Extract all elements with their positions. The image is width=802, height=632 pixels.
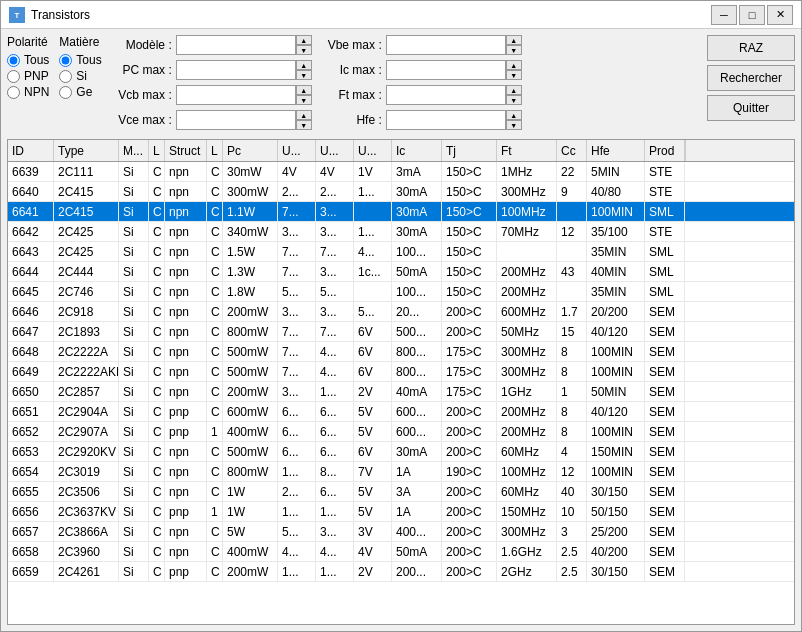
- table-cell: 1W: [223, 482, 278, 501]
- table-row[interactable]: 66532C2920KVSiCnpnC500mW6...6...6V30mA20…: [8, 442, 794, 462]
- table-row[interactable]: 66512C2904ASiCpnpC600mW6...6...5V600...2…: [8, 402, 794, 422]
- vbe-max-spin-up[interactable]: ▲: [506, 35, 522, 45]
- vcb-max-spin-up[interactable]: ▲: [296, 85, 312, 95]
- table-cell: Si: [119, 342, 149, 361]
- hfe-spin-down[interactable]: ▼: [506, 120, 522, 130]
- table-cell: C: [207, 562, 223, 581]
- table-cell: 6645: [8, 282, 54, 301]
- table-cell: 30/150: [587, 562, 645, 581]
- table-row[interactable]: 66482C2222ASiCnpnC500mW7...4...6V800...1…: [8, 342, 794, 362]
- table-cell: C: [149, 362, 165, 381]
- table-row[interactable]: 66412C415SiCnpnC1.1W7...3...30mA150>C100…: [8, 202, 794, 222]
- table-cell: 2C3506: [54, 482, 119, 501]
- table-cell: 8: [557, 342, 587, 361]
- vbe-max-label: Vbe max :: [322, 38, 382, 52]
- table-row[interactable]: 66502C2857SiCnpnC200mW3...1...2V40mA175>…: [8, 382, 794, 402]
- matiere-label: Matière: [59, 35, 101, 49]
- pc-max-spin-up[interactable]: ▲: [296, 60, 312, 70]
- pc-max-input[interactable]: [176, 60, 296, 80]
- ft-max-input[interactable]: [386, 85, 506, 105]
- quitter-button[interactable]: Quitter: [707, 95, 795, 121]
- close-button[interactable]: ✕: [767, 5, 793, 25]
- table-cell: 200>C: [442, 542, 497, 561]
- table-row[interactable]: 66472C1893SiCnpnC800mW7...7...6V500...20…: [8, 322, 794, 342]
- table-row[interactable]: 66572C3866ASiCnpnC5W5...3...3V400...200>…: [8, 522, 794, 542]
- table-cell: 3mA: [392, 162, 442, 181]
- matiere-si-radio[interactable]: [59, 70, 72, 83]
- polarite-tous-item[interactable]: Tous: [7, 53, 49, 67]
- ic-max-spin-down[interactable]: ▼: [506, 70, 522, 80]
- table-cell: 7...: [278, 322, 316, 341]
- col-header-cc: Cc: [557, 140, 587, 161]
- table-body[interactable]: 66392C111SiCnpnC30mW4V4V1V3mA150>C1MHz22…: [8, 162, 794, 624]
- table-cell: 2C3637KV: [54, 502, 119, 521]
- table-cell: 2C444: [54, 262, 119, 281]
- matiere-si-item[interactable]: Si: [59, 69, 101, 83]
- table-cell: 200>C: [442, 482, 497, 501]
- ic-max-input[interactable]: [386, 60, 506, 80]
- table-row[interactable]: 66462C918SiCnpnC200mW3...3...5...20...20…: [8, 302, 794, 322]
- vce-max-spin-up[interactable]: ▲: [296, 110, 312, 120]
- table-cell: 30mW: [223, 162, 278, 181]
- polarite-npn-radio[interactable]: [7, 86, 20, 99]
- vcb-max-input[interactable]: [176, 85, 296, 105]
- ft-max-input-wrap: ▲ ▼: [386, 85, 522, 105]
- table-row[interactable]: 66492C2222AKBSiCnpnC500mW7...4...6V800..…: [8, 362, 794, 382]
- matiere-ge-radio[interactable]: [59, 86, 72, 99]
- vbe-max-spin-down[interactable]: ▼: [506, 45, 522, 55]
- polarite-npn-item[interactable]: NPN: [7, 85, 49, 99]
- ft-max-spin-down[interactable]: ▼: [506, 95, 522, 105]
- polarite-tous-radio[interactable]: [7, 54, 20, 67]
- table-row[interactable]: 66452C746SiCnpnC1.8W5...5...100...150>C2…: [8, 282, 794, 302]
- table-cell: npn: [165, 482, 207, 501]
- table-cell: 200>C: [442, 322, 497, 341]
- table-cell: 3...: [316, 262, 354, 281]
- pc-max-spin-down[interactable]: ▼: [296, 70, 312, 80]
- hfe-input[interactable]: [386, 110, 506, 130]
- pc-max-row: PC max : ▲ ▼: [112, 60, 312, 80]
- table-row[interactable]: 66592C4261SiCpnpC200mW1...1...2V200...20…: [8, 562, 794, 582]
- minimize-button[interactable]: ─: [711, 5, 737, 25]
- ic-max-spin-up[interactable]: ▲: [506, 60, 522, 70]
- raz-button[interactable]: RAZ: [707, 35, 795, 61]
- matiere-ge-item[interactable]: Ge: [59, 85, 101, 99]
- table-row[interactable]: 66552C3506SiCnpnC1W2...6...5V3A200>C60MH…: [8, 482, 794, 502]
- matiere-tous-radio[interactable]: [59, 54, 72, 67]
- matiere-tous-item[interactable]: Tous: [59, 53, 101, 67]
- table-cell: 40mA: [392, 382, 442, 401]
- table-cell: 150>C: [442, 202, 497, 221]
- polarite-pnp-item[interactable]: PNP: [7, 69, 49, 83]
- vcb-max-spin-down[interactable]: ▼: [296, 95, 312, 105]
- table-row[interactable]: 66522C2907ASiCpnp1400mW6...6...5V600...2…: [8, 422, 794, 442]
- table-row[interactable]: 66542C3019SiCnpnC800mW1...8...7V1A190>C1…: [8, 462, 794, 482]
- table-row[interactable]: 66442C444SiCnpnC1.3W7...3...1c...50mA150…: [8, 262, 794, 282]
- vce-max-input[interactable]: [176, 110, 296, 130]
- hfe-spin-up[interactable]: ▲: [506, 110, 522, 120]
- table-row[interactable]: 66422C425SiCnpnC340mW3...3...1...30mA150…: [8, 222, 794, 242]
- table-cell: C: [149, 162, 165, 181]
- table-cell: 3...: [316, 222, 354, 241]
- table-cell: npn: [165, 162, 207, 181]
- table-cell: 2C111: [54, 162, 119, 181]
- table-cell: C: [207, 202, 223, 221]
- table-cell: C: [207, 522, 223, 541]
- table-row[interactable]: 66402C415SiCnpnC300mW2...2...1...30mA150…: [8, 182, 794, 202]
- ft-max-row: Ft max : ▲ ▼: [322, 85, 522, 105]
- maximize-button[interactable]: □: [739, 5, 765, 25]
- polarite-pnp-radio[interactable]: [7, 70, 20, 83]
- modele-spin-down[interactable]: ▼: [296, 45, 312, 55]
- table-cell: 6641: [8, 202, 54, 221]
- table-cell: 3...: [278, 222, 316, 241]
- table-row[interactable]: 66562C3637KVSiCpnp11W1...1...5V1A200>C15…: [8, 502, 794, 522]
- ft-max-spin-up[interactable]: ▲: [506, 85, 522, 95]
- rechercher-button[interactable]: Rechercher: [707, 65, 795, 91]
- table-row[interactable]: 66432C425SiCnpnC1.5W7...7...4...100...15…: [8, 242, 794, 262]
- table-cell: 1A: [392, 502, 442, 521]
- vbe-max-input[interactable]: [386, 35, 506, 55]
- modele-spin-up[interactable]: ▲: [296, 35, 312, 45]
- table-row[interactable]: 66392C111SiCnpnC30mW4V4V1V3mA150>C1MHz22…: [8, 162, 794, 182]
- col-header-l: L: [149, 140, 165, 161]
- modele-input[interactable]: [176, 35, 296, 55]
- vce-max-spin-down[interactable]: ▼: [296, 120, 312, 130]
- table-row[interactable]: 66582C3960SiCnpnC400mW4...4...4V50mA200>…: [8, 542, 794, 562]
